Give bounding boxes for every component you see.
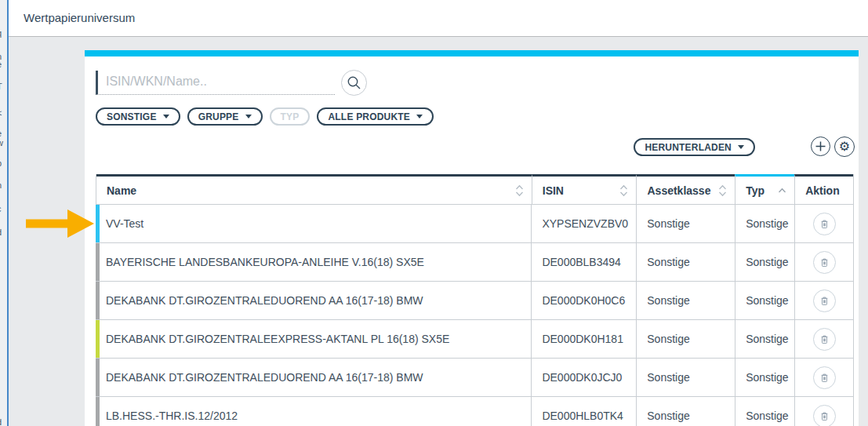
cell-name: DEKABANK DT.GIROZENTRALEEXPRESS-AKTANL P… [96,320,531,358]
filter-sonstige-dropdown[interactable]: SONSTIGE [96,107,180,126]
cell-name: LB.HESS.-THR.IS.12/2012 [96,397,531,426]
cell-isin: DE000DK0H0C6 [531,282,636,319]
filter-sonstige-label: SONSTIGE [107,111,157,122]
column-header-aktion: Aktion [794,174,853,204]
delete-button[interactable] [813,328,836,351]
filter-typ-label: TYP [281,111,300,122]
panel-accent-bar [85,50,859,56]
cell-assetklasse: Sonstige [636,205,735,242]
gear-icon: ⚙ [839,140,850,153]
table-body: VV-Test XYPSENZVZBV0 Sonstige Sonstige B… [96,205,854,426]
column-header-assetklasse[interactable]: Assetklasse [636,174,735,204]
cell-assetklasse: Sonstige [636,243,735,281]
column-header-typ[interactable]: Typ [735,174,794,204]
app-window: tqneT<ewbncdlitltd Wertpapieruniversum S… [0,0,868,426]
filter-typ-dropdown: TYP [270,107,311,126]
column-label: Name [107,184,136,197]
delete-button[interactable] [813,213,836,235]
chevron-down-icon [416,115,423,118]
cell-assetklasse: Sonstige [636,320,735,358]
filter-gruppe-label: GRUPPE [198,111,239,122]
cell-aktion [794,359,853,396]
sort-asc-icon [778,184,786,197]
cell-typ: Sonstige [735,320,794,358]
cell-assetklasse: Sonstige [636,359,735,396]
cell-isin: DE000DK0JCJ0 [531,359,636,396]
cell-typ: Sonstige [735,397,794,426]
table-row[interactable]: DEKABANK DT.GIROZENTRALEDUOREND AA 16(17… [96,282,854,320]
filter-alle-produkte-label: ALLE PRODUKTE [328,111,410,122]
trash-icon [818,217,831,231]
settings-button[interactable]: ⚙ [834,137,855,157]
page-title: Wertpapieruniversum [24,0,135,36]
search-button[interactable] [341,70,367,96]
cell-aktion [794,243,853,281]
table-row[interactable]: DEKABANK DT.GIROZENTRALEDUOREND AA 16(17… [96,359,854,397]
cell-name: DEKABANK DT.GIROZENTRALEDUOREND AA 16(17… [96,359,531,396]
trash-icon [818,410,831,423]
cell-name: DEKABANK DT.GIROZENTRALEDUOREND AA 16(17… [96,282,531,319]
row-accent [96,243,100,281]
add-button[interactable] [811,137,830,156]
table-row[interactable]: DEKABANK DT.GIROZENTRALEEXPRESS-AKTANL P… [96,320,854,359]
download-label: HERUNTERLADEN [645,142,732,153]
trash-icon [818,294,831,308]
search-field [96,71,335,95]
trash-icon [818,371,831,384]
sort-both-icon [718,184,727,197]
trash-icon [818,333,831,346]
cell-isin: DE000HLB0TK4 [531,397,636,426]
search-input[interactable] [98,71,335,94]
row-accent [96,359,100,396]
cell-typ: Sonstige [735,243,794,281]
chevron-down-icon [163,115,169,118]
row-accent [96,320,100,358]
filter-bar: SONSTIGE GRUPPE TYP ALLE PRODUKTE [96,107,434,126]
trash-icon [818,256,831,269]
row-accent [96,205,100,242]
page-header: Wertpapieruniversum [9,0,868,37]
delete-button[interactable] [813,289,836,312]
row-accent [96,282,100,319]
left-sidebar-sliver: tqneT<ewbncdlitltd [0,0,9,426]
cell-name: BAYERISCHE LANDESBANKEUROPA-ANLEIHE V.16… [96,243,531,281]
cell-aktion [794,205,853,242]
annotation-arrow-icon [26,209,95,238]
filter-gruppe-dropdown[interactable]: GRUPPE [187,107,263,126]
main-panel: SONSTIGE GRUPPE TYP ALLE PRODUKTE HERUNT… [85,50,859,426]
delete-button[interactable] [813,405,836,426]
filter-alle-produkte-dropdown[interactable]: ALLE PRODUKTE [317,107,434,126]
column-label: Aktion [805,184,840,197]
download-dropdown[interactable]: HERUNTERLADEN [634,138,755,156]
cell-typ: Sonstige [735,205,794,242]
cell-assetklasse: Sonstige [636,397,735,426]
cell-typ: Sonstige [735,282,794,319]
column-header-name[interactable]: Name [96,174,532,204]
delete-button[interactable] [813,366,836,389]
row-accent [96,397,100,426]
column-label: Assetklasse [647,184,710,197]
table-row[interactable]: VV-Test XYPSENZVZBV0 Sonstige Sonstige [96,205,854,243]
table-header: Name ISIN Assetklasse [96,174,854,205]
chevron-down-icon [245,115,252,118]
securities-table: Name ISIN Assetklasse [96,174,854,426]
cell-aktion [794,397,853,426]
cell-name: VV-Test [96,205,531,242]
table-row[interactable]: BAYERISCHE LANDESBANKEUROPA-ANLEIHE V.16… [96,243,854,282]
cell-aktion [794,320,853,358]
sort-both-icon [619,184,628,197]
sort-both-icon [515,184,524,197]
search-icon [347,75,361,90]
column-label: Typ [746,184,764,197]
chevron-down-icon [738,145,744,149]
plus-icon [815,141,826,151]
cell-isin: XYPSENZVZBV0 [531,205,636,242]
cell-isin: DE000DK0H181 [531,320,636,358]
cell-aktion [794,282,853,319]
cell-typ: Sonstige [735,359,794,396]
cell-assetklasse: Sonstige [636,282,735,319]
delete-button[interactable] [813,251,836,274]
column-header-isin[interactable]: ISIN [532,174,637,204]
cell-isin: DE000BLB3494 [531,243,636,281]
table-row[interactable]: LB.HESS.-THR.IS.12/2012 DE000HLB0TK4 Son… [96,397,854,426]
